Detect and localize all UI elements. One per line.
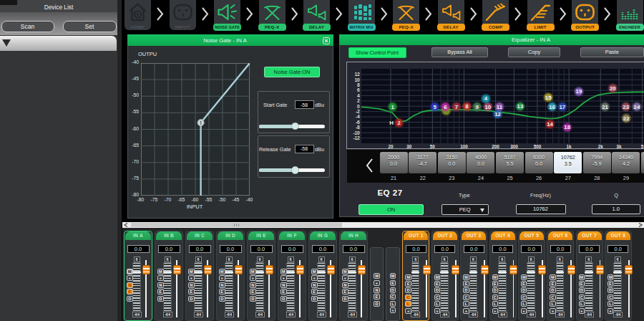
svg-text:8: 8 <box>465 103 469 110</box>
svg-text:6: 6 <box>444 104 447 110</box>
svg-text:21: 21 <box>602 104 608 110</box>
svg-text:15: 15 <box>545 95 552 101</box>
svg-text:12: 12 <box>494 111 501 118</box>
svg-text:5: 5 <box>434 104 437 110</box>
svg-text:7: 7 <box>455 104 458 110</box>
svg-text:4: 4 <box>484 95 488 102</box>
svg-text:9: 9 <box>476 104 479 110</box>
svg-text:H: H <box>389 120 394 126</box>
svg-text:10: 10 <box>484 104 491 110</box>
svg-text:17: 17 <box>559 104 565 110</box>
svg-text:1: 1 <box>391 104 394 110</box>
svg-text:20: 20 <box>610 85 616 92</box>
svg-text:19: 19 <box>576 88 582 95</box>
svg-text:2: 2 <box>397 120 401 126</box>
svg-text:24: 24 <box>634 104 640 110</box>
svg-text:18: 18 <box>564 124 570 130</box>
svg-text:16: 16 <box>549 104 555 110</box>
svg-text:13: 13 <box>517 103 524 110</box>
svg-text:22: 22 <box>623 115 630 122</box>
svg-text:23: 23 <box>623 104 629 110</box>
svg-text:14: 14 <box>547 121 553 128</box>
